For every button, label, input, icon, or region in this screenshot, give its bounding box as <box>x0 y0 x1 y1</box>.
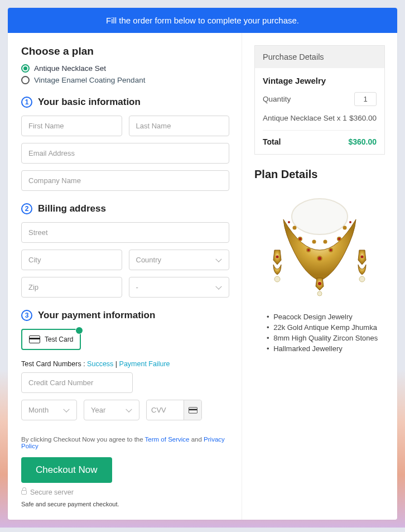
svg-point-8 <box>312 240 316 244</box>
tos-link[interactable]: Term of Service <box>145 436 190 443</box>
country-select[interactable]: Country <box>129 250 230 270</box>
plan-option-antique[interactable]: Antique Necklace Set <box>21 64 229 73</box>
plan-bullet: Hallmarked Jewellery <box>267 344 385 353</box>
state-select-label: - <box>136 283 138 291</box>
choose-plan-title: Choose a plan <box>21 45 229 57</box>
credit-card-icon <box>29 336 40 343</box>
month-label: Month <box>28 406 49 414</box>
chevron-down-icon <box>216 258 222 262</box>
chevron-down-icon <box>64 409 70 412</box>
svg-point-19 <box>276 256 279 258</box>
svg-point-14 <box>338 238 340 240</box>
purchase-details-box: Purchase Details Vintage Jewelry Quantit… <box>254 45 385 155</box>
plan-bullet: Peacock Design Jewelry <box>267 313 385 321</box>
svg-point-11 <box>307 249 310 251</box>
test-card-hint: Test Card Numbers : Success | Payment Fa… <box>21 360 229 368</box>
year-label: Year <box>91 406 105 414</box>
country-select-label: Country <box>136 256 162 264</box>
radio-icon <box>21 64 30 73</box>
step-number-icon: 3 <box>21 310 32 321</box>
state-select[interactable]: - <box>129 277 230 298</box>
card-back-icon <box>184 400 201 420</box>
radio-icon <box>21 76 30 84</box>
total-amount: $360.00 <box>348 137 377 146</box>
checkout-button[interactable]: Checkout Now <box>21 457 112 483</box>
svg-point-13 <box>330 249 332 251</box>
street-input[interactable] <box>21 222 229 243</box>
quantity-label: Quantity <box>263 95 291 103</box>
test-card-label: Test Card <box>45 336 73 343</box>
svg-point-21 <box>361 256 364 258</box>
svg-point-0 <box>292 199 348 234</box>
plan-bullet: 8mm High Quality Zircon Stones <box>267 334 385 342</box>
line-price: $360.00 <box>349 114 377 122</box>
failure-link[interactable]: Payment Failure <box>119 360 170 368</box>
card-number-input[interactable] <box>21 372 133 393</box>
form-column: Choose a plan Antique Necklace Set Vinta… <box>8 33 242 520</box>
checkout-card: Fill the order form below to complete yo… <box>8 8 397 520</box>
section-billing-header: 2 Billing address <box>21 203 229 214</box>
line-item: Antique Necklace Set x 1 <box>263 114 347 122</box>
plan-details-title: Plan Details <box>254 168 385 181</box>
plan-option-vintage[interactable]: Vintage Enamel Coating Pendant <box>21 76 229 84</box>
last-name-input[interactable] <box>129 116 230 136</box>
svg-point-6 <box>293 226 297 230</box>
svg-point-20 <box>274 276 280 282</box>
section-title: Your payment information <box>38 310 155 321</box>
product-title: Vintage Jewelry <box>263 76 377 85</box>
purchase-details-header: Purchase Details <box>255 46 384 68</box>
svg-point-15 <box>288 221 290 223</box>
svg-point-10 <box>299 238 301 240</box>
email-input[interactable] <box>21 143 229 164</box>
month-select[interactable]: Month <box>21 400 77 420</box>
first-name-input[interactable] <box>21 116 122 136</box>
year-select[interactable]: Year <box>84 400 139 420</box>
svg-point-18 <box>317 291 322 296</box>
company-input[interactable] <box>21 170 229 191</box>
test-card-option[interactable]: Test Card <box>21 329 81 350</box>
svg-point-7 <box>343 226 347 230</box>
secure-label: Secure server <box>30 488 74 496</box>
svg-point-9 <box>324 240 327 244</box>
zip-input[interactable] <box>21 277 122 298</box>
safe-text: Safe and secure payment checkout. <box>21 501 229 507</box>
agreement-text: By clicking Checkout Now you agree to th… <box>21 436 229 449</box>
product-image <box>261 189 378 306</box>
chevron-down-icon <box>127 409 132 412</box>
svg-point-16 <box>349 221 351 223</box>
plan-option-label: Vintage Enamel Coating Pendant <box>34 76 145 84</box>
lock-icon <box>21 490 27 495</box>
svg-point-12 <box>318 257 321 260</box>
section-payment-header: 3 Your payment information <box>21 310 229 321</box>
step-number-icon: 1 <box>21 97 32 108</box>
section-basic-info-header: 1 Your basic information <box>21 97 229 108</box>
total-label: Total <box>263 137 281 146</box>
plan-bullet-list: Peacock Design Jewelry 22k Gold Antique … <box>254 313 385 353</box>
section-title: Your basic information <box>38 97 141 108</box>
svg-point-17 <box>318 282 321 285</box>
cvv-field <box>146 400 202 420</box>
check-icon <box>75 327 83 334</box>
city-input[interactable] <box>21 250 122 270</box>
step-number-icon: 2 <box>21 203 32 214</box>
secure-server: Secure server <box>21 488 229 496</box>
svg-point-22 <box>359 276 365 282</box>
success-link[interactable]: Success <box>87 360 113 368</box>
banner: Fill the order form below to complete yo… <box>8 8 397 33</box>
summary-column: Purchase Details Vintage Jewelry Quantit… <box>242 33 397 520</box>
plan-bullet: 22k Gold Antique Kemp Jhumka <box>267 323 385 332</box>
plan-option-label: Antique Necklace Set <box>34 64 106 73</box>
chevron-down-icon <box>216 286 222 289</box>
quantity-value[interactable]: 1 <box>354 92 377 106</box>
cvv-input[interactable] <box>147 400 184 420</box>
section-title: Billing address <box>38 203 106 214</box>
